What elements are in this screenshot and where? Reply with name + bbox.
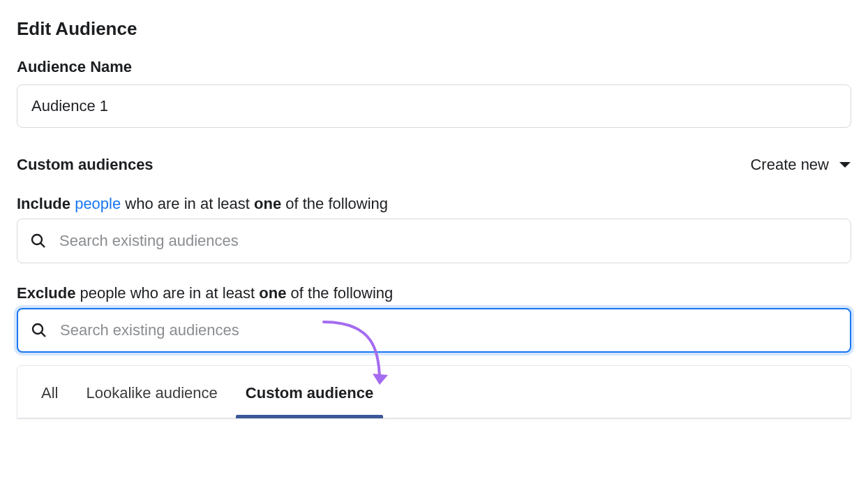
exclude-search-input[interactable] <box>59 321 837 340</box>
search-icon <box>30 233 47 249</box>
tab-custom[interactable]: Custom audience <box>232 370 387 418</box>
include-sentence: Include people who are in at least one o… <box>17 195 851 213</box>
include-one: one <box>254 195 281 212</box>
audience-dropdown-tabs: All Lookalike audience Custom audience <box>17 370 851 418</box>
exclude-suffix: of the following <box>286 284 393 302</box>
include-search-box[interactable] <box>17 219 851 263</box>
include-prefix: Include <box>17 195 70 212</box>
exclude-sentence: Exclude people who are in at least one o… <box>17 284 851 302</box>
exclude-search-box[interactable] <box>17 308 851 353</box>
svg-line-3 <box>41 332 45 337</box>
custom-audiences-label: Custom audiences <box>17 156 154 174</box>
include-mid: who are in at least <box>121 195 254 212</box>
tab-all[interactable]: All <box>27 370 72 418</box>
exclude-mid: people who are in at least <box>75 284 259 302</box>
audience-dropdown-panel: All Lookalike audience Custom audience <box>17 365 851 419</box>
page-title: Edit Audience <box>17 18 851 40</box>
include-people-link[interactable]: people <box>75 195 121 212</box>
exclude-prefix: Exclude <box>17 284 75 302</box>
audience-name-input[interactable] <box>17 85 851 128</box>
svg-line-1 <box>40 243 45 247</box>
audience-name-label: Audience Name <box>17 58 851 76</box>
tab-lookalike[interactable]: Lookalike audience <box>72 370 231 418</box>
create-new-dropdown[interactable]: Create new <box>750 156 851 174</box>
include-suffix: of the following <box>281 195 388 212</box>
svg-point-2 <box>33 324 43 334</box>
search-icon <box>31 322 47 339</box>
svg-point-0 <box>32 235 42 244</box>
include-search-input[interactable] <box>58 231 838 251</box>
create-new-label: Create new <box>750 156 829 174</box>
exclude-one: one <box>259 284 286 302</box>
caret-down-icon <box>839 161 851 169</box>
